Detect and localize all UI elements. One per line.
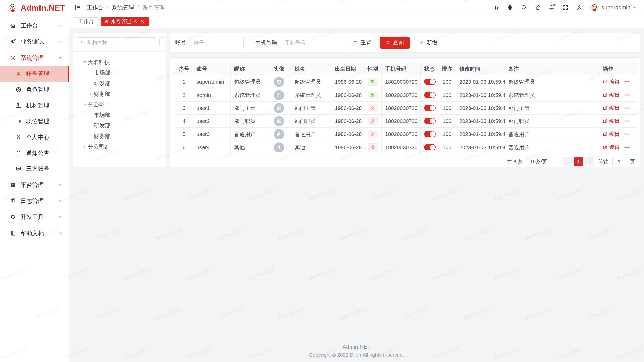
tree-node-6[interactable]: 研发部: [75, 120, 164, 131]
user-avatar: [590, 3, 599, 12]
status-toggle[interactable]: [424, 131, 436, 137]
sidebar-item-0[interactable]: 工作台: [0, 18, 69, 34]
search-button[interactable]: 查询: [380, 37, 410, 49]
sidebar-item-6[interactable]: 帮助文档: [0, 225, 69, 241]
caret-down-icon[interactable]: [82, 102, 88, 108]
table-cell: 女: [364, 115, 382, 128]
edit-button[interactable]: 编辑: [603, 78, 619, 85]
sidebar-item-3[interactable]: 平台管理: [0, 177, 69, 193]
column-header: 性别: [364, 62, 382, 75]
edit-button[interactable]: 编辑: [603, 118, 619, 124]
account-label: 账号: [175, 39, 186, 47]
sidebar-subitem-4[interactable]: 个人中心: [0, 129, 69, 145]
search-icon[interactable]: [521, 4, 527, 11]
refresh-icon[interactable]: [133, 19, 138, 24]
org-search-input[interactable]: [87, 39, 154, 45]
table-cell: 部门主管: [291, 102, 331, 115]
edit-button[interactable]: 编辑: [603, 131, 619, 138]
tree-node-2[interactable]: 研发部: [75, 78, 164, 89]
notification-icon[interactable]: [548, 4, 555, 11]
more-actions-button[interactable]: •••: [624, 145, 630, 150]
table-cell: 18020030720: [382, 115, 421, 128]
tree-node-5[interactable]: 市场部: [75, 110, 164, 120]
phone-input[interactable]: [281, 37, 337, 49]
more-actions-button[interactable]: •••: [624, 93, 630, 97]
table-cell: 编辑•••: [599, 88, 637, 102]
book-icon: [10, 230, 16, 236]
reset-button[interactable]: 重置: [348, 37, 377, 49]
sidebar-subitem-1[interactable]: 角色管理: [0, 82, 69, 98]
table-cell: 部: [267, 102, 291, 115]
breadcrumb-item[interactable]: 系统管理: [112, 4, 134, 11]
more-actions-button[interactable]: •••: [624, 80, 630, 84]
mascot-icon: [8, 3, 18, 13]
account-input[interactable]: [190, 37, 244, 49]
table-cell: 超级管理员: [291, 75, 331, 88]
gender-badge: 女: [368, 130, 378, 138]
caret-down-icon[interactable]: [82, 59, 88, 65]
menu-fold-icon[interactable]: [74, 4, 81, 11]
current-page[interactable]: 1: [574, 157, 583, 166]
goto-page-input[interactable]: [612, 157, 626, 166]
add-button[interactable]: 新增: [414, 37, 443, 49]
footer-app-name: Admin.NET: [309, 344, 404, 350]
more-actions-button[interactable]: •••: [624, 106, 630, 110]
status-toggle[interactable]: [424, 79, 436, 85]
theme-icon[interactable]: [535, 4, 541, 11]
sidebar-item-1[interactable]: 业务测试: [0, 34, 69, 50]
caret-right-icon[interactable]: [88, 91, 94, 97]
sidebar-item-label: 工作台: [21, 22, 38, 30]
table-cell: 普通用户: [231, 128, 267, 141]
sidebar-subitem-label: 账号管理: [26, 70, 49, 78]
column-header: 状态: [421, 62, 438, 75]
sidebar-subitem-3[interactable]: 职位管理: [0, 113, 69, 129]
avatar: 系: [274, 90, 284, 100]
language-icon[interactable]: [507, 4, 513, 11]
sidebar-subitem-2[interactable]: 机构管理: [0, 98, 69, 113]
tree-node-1[interactable]: 市场部: [75, 68, 164, 78]
more-actions-button[interactable]: •••: [624, 132, 630, 137]
sidebar-item-4[interactable]: 日志管理: [0, 193, 69, 209]
tab-account-management[interactable]: 账号管理: [101, 17, 149, 26]
table-cell: 2: [175, 88, 193, 102]
grid-icon: [10, 182, 16, 188]
app-logo[interactable]: Admin.NET: [0, 0, 69, 16]
sidebar-item-5[interactable]: 开发工具: [0, 209, 69, 225]
next-page-button[interactable]: [585, 157, 594, 166]
pagination: 共 6 条 10条/页 1: [175, 157, 635, 166]
edit-button[interactable]: 编辑: [603, 92, 619, 98]
close-icon[interactable]: [140, 19, 145, 24]
more-actions-button[interactable]: •••: [624, 119, 630, 123]
tab-workbench[interactable]: 工作台: [74, 17, 98, 26]
tree-node-label: 市场部: [94, 111, 110, 119]
table-cell: 部门主管: [231, 102, 267, 115]
tree-node-4[interactable]: 分公司1: [75, 99, 164, 110]
font-size-icon[interactable]: [493, 4, 499, 11]
table-row: 4user2部门职员部部门职员1986-06-28女18020030720100…: [175, 115, 637, 128]
sidebar-subitem-label: 机构管理: [26, 102, 49, 109]
page-size-select[interactable]: 10条/页: [527, 157, 559, 166]
profile-icon[interactable]: [576, 4, 582, 11]
sidebar-subitem-6[interactable]: 三方账号: [0, 161, 69, 177]
edit-button[interactable]: 编辑: [603, 144, 619, 151]
sidebar-subitem-5[interactable]: 通知公告: [0, 145, 69, 161]
status-toggle[interactable]: [424, 118, 436, 124]
status-toggle[interactable]: [424, 144, 436, 150]
edit-button[interactable]: 编辑: [603, 105, 619, 111]
chevron-down-icon: [633, 5, 637, 10]
sidebar-item-2[interactable]: 系统管理: [0, 50, 69, 66]
tree-node-3[interactable]: 财务部: [75, 89, 164, 99]
prev-page-button[interactable]: [563, 157, 572, 166]
tree-more-button[interactable]: ...: [159, 37, 165, 47]
tree-node-7[interactable]: 财务部: [75, 131, 164, 142]
tree-node-8[interactable]: 分公司2: [75, 142, 164, 152]
status-toggle[interactable]: [424, 105, 436, 111]
sidebar-subitem-0[interactable]: 账号管理: [0, 66, 69, 82]
caret-right-icon[interactable]: [82, 144, 88, 150]
breadcrumb-item[interactable]: 工作台: [87, 4, 103, 11]
user-menu[interactable]: superadmin: [590, 3, 637, 12]
chevron-down-icon: [58, 39, 63, 44]
fullscreen-icon[interactable]: [562, 4, 569, 11]
tree-node-0[interactable]: 大名科技: [75, 57, 164, 68]
status-toggle[interactable]: [424, 92, 436, 98]
